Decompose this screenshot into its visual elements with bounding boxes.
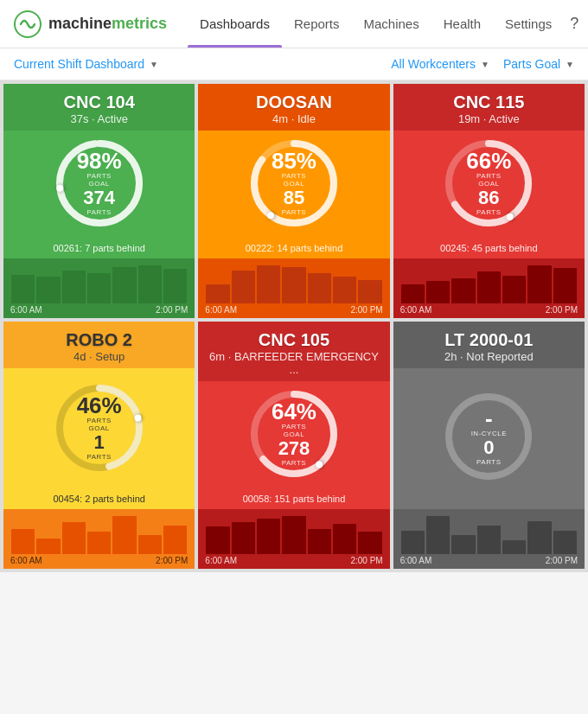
- gauge-parts-lbl-0: PARTS: [75, 209, 123, 217]
- time-start-1: 6:00 AM: [205, 305, 237, 315]
- machine-name-5: LT 2000-01: [404, 330, 574, 350]
- gauge-percent-0: 98%: [75, 150, 123, 172]
- bar-4-6: [358, 532, 381, 554]
- bar-4-0: [206, 526, 229, 554]
- machine-card-5[interactable]: LT 2000-01 2h · Not Reported - IN-CYCLE …: [393, 322, 585, 569]
- dashboard-label: Current Shift Dashboard: [14, 57, 144, 71]
- dashboard-grid: CNC 104 37s · Active 98% PARTS GOAL 374 …: [0, 80, 588, 572]
- chart-times-2: 6:00 AM 2:00 PM: [393, 303, 585, 318]
- machine-card-1[interactable]: DOOSAN 4m · Idle 85% PARTS GOAL 85 PARTS…: [198, 84, 389, 318]
- card-body-1: 85% PARTS GOAL 85 PARTS: [198, 131, 389, 241]
- header-right: ?: [564, 14, 588, 35]
- machine-card-2[interactable]: CNC 115 19m · Active 66% PARTS GOAL 86 P…: [393, 84, 585, 318]
- bar-3-3: [87, 532, 111, 554]
- gauge-5: - IN-CYCLE 0 PARTS: [441, 389, 536, 484]
- card-header-2: CNC 115 19m · Active: [393, 84, 585, 131]
- bar-3-2: [62, 522, 86, 554]
- card-alert-1: 00222: 14 parts behind: [198, 241, 389, 258]
- bar-1-0: [206, 284, 229, 303]
- machine-card-0[interactable]: CNC 104 37s · Active 98% PARTS GOAL 374 …: [3, 84, 195, 318]
- card-chart-4: [198, 509, 389, 554]
- bar-0-5: [138, 265, 162, 303]
- bar-0-2: [62, 271, 86, 304]
- nav-reports[interactable]: Reports: [282, 0, 352, 48]
- bar-1-6: [358, 280, 381, 304]
- nav-health[interactable]: Health: [431, 0, 493, 48]
- card-header-3: ROBO 2 4d · Setup: [3, 322, 195, 368]
- bar-2-0: [401, 284, 425, 303]
- goal-selector[interactable]: Parts Goal ▼: [503, 57, 574, 71]
- gauge-percent-1: 85%: [270, 150, 317, 172]
- help-icon[interactable]: ?: [564, 14, 585, 35]
- time-start-4: 6:00 AM: [205, 556, 237, 565]
- machine-card-3[interactable]: ROBO 2 4d · Setup 46% PARTS GOAL 1 PARTS…: [3, 322, 195, 569]
- card-body-2: 66% PARTS GOAL 86 PARTS: [393, 131, 585, 241]
- bar-2-3: [477, 271, 501, 303]
- machine-name-2: CNC 115: [404, 92, 574, 112]
- logo[interactable]: machinemetrics: [14, 10, 167, 38]
- gauge-0: 98% PARTS GOAL 374 PARTS: [52, 136, 147, 231]
- bar-2-2: [451, 278, 475, 303]
- gauge-parts-val-2: 86: [465, 188, 513, 208]
- logo-text: machinemetrics: [48, 15, 167, 33]
- bar-5-4: [502, 540, 526, 555]
- nav-settings[interactable]: Settings: [493, 0, 564, 48]
- dashboard-selector[interactable]: Current Shift Dashboard ▼: [14, 57, 158, 71]
- machine-name-0: CNC 104: [14, 92, 184, 112]
- bar-4-5: [333, 524, 356, 554]
- card-header-4: CNC 105 6m · BARFEEDER EMERGENCY ...: [198, 322, 389, 381]
- gauge-label-3: PARTS GOAL: [75, 417, 123, 432]
- bar-2-4: [502, 276, 526, 303]
- nav-dashboards[interactable]: Dashboards: [188, 0, 282, 48]
- machine-status-4: 6m · BARFEEDER EMERGENCY ...: [208, 350, 379, 376]
- bar-0-6: [163, 269, 187, 303]
- gauge-parts-lbl-3: PARTS: [75, 453, 123, 461]
- nav-machines[interactable]: Machines: [352, 0, 431, 48]
- card-chart-2: [393, 258, 585, 303]
- dashboard-arrow-icon: ▼: [150, 60, 158, 69]
- workcenter-selector[interactable]: All Workcenters ▼: [391, 57, 489, 71]
- workcenter-label: All Workcenters: [391, 57, 476, 71]
- gauge-label-1: PARTS GOAL: [270, 172, 317, 188]
- card-body-3: 46% PARTS GOAL 1 PARTS: [3, 368, 195, 492]
- time-start-3: 6:00 AM: [10, 556, 42, 565]
- bar-4-3: [282, 516, 305, 554]
- chart-times-5: 6:00 AM 2:00 PM: [393, 554, 585, 569]
- gauge-percent-3: 46%: [75, 394, 123, 417]
- bar-1-1: [232, 271, 255, 304]
- time-end-3: 2:00 PM: [156, 556, 188, 565]
- time-end-4: 2:00 PM: [350, 556, 382, 565]
- card-alert-0: 00261: 7 parts behind: [3, 241, 195, 258]
- bar-0-3: [87, 273, 111, 303]
- card-header-1: DOOSAN 4m · Idle: [198, 84, 389, 131]
- card-alert-2: 00245: 45 parts behind: [393, 241, 585, 258]
- app-header: machinemetrics Dashboards Reports Machin…: [0, 0, 588, 48]
- machine-card-4[interactable]: CNC 105 6m · BARFEEDER EMERGENCY ... 64%…: [198, 322, 389, 569]
- machine-status-5: 2h · Not Reported: [404, 350, 574, 363]
- workcenter-arrow-icon: ▼: [481, 60, 489, 69]
- gauge-4: 64% PARTS GOAL 278 PARTS: [246, 386, 342, 481]
- chart-times-1: 6:00 AM 2:00 PM: [198, 303, 389, 318]
- time-end-5: 2:00 PM: [546, 556, 578, 565]
- bar-5-0: [401, 531, 425, 555]
- bar-2-5: [527, 265, 551, 303]
- bar-4-1: [232, 522, 255, 554]
- machine-status-1: 4m · Idle: [208, 112, 379, 125]
- gauge-percent-2: 66%: [465, 150, 513, 172]
- bar-4-4: [308, 529, 331, 554]
- bar-3-1: [36, 539, 60, 554]
- card-header-0: CNC 104 37s · Active: [3, 84, 195, 131]
- machine-name-1: DOOSAN: [208, 92, 379, 112]
- bar-3-5: [138, 535, 162, 554]
- gauge-label-0: PARTS GOAL: [75, 172, 123, 188]
- bar-1-3: [282, 267, 305, 303]
- card-header-5: LT 2000-01 2h · Not Reported: [393, 322, 585, 368]
- time-start-5: 6:00 AM: [400, 556, 432, 565]
- time-end-0: 2:00 PM: [156, 305, 188, 315]
- bar-0-0: [11, 275, 35, 303]
- machine-status-3: 4d · Setup: [14, 350, 184, 363]
- time-end-1: 2:00 PM: [350, 305, 382, 315]
- bar-5-3: [477, 526, 501, 554]
- bar-3-0: [11, 529, 35, 554]
- gauge-label-5: IN-CYCLE: [471, 429, 507, 437]
